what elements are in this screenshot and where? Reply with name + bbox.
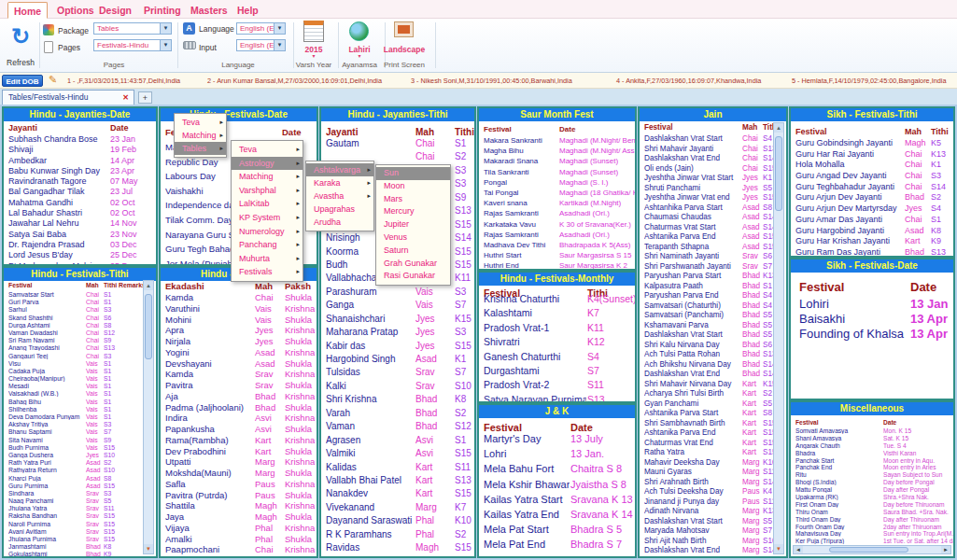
menu-item-upagrahas[interactable]: Upagrahas	[306, 203, 373, 216]
table-row[interactable]: RituSayan Subject to Sun	[793, 471, 951, 479]
table-row[interactable]: Guru Arjun Dev MartyrsdayJyesS4	[793, 203, 951, 215]
table-row[interactable]: Mela Kshir BhawaniJyaistha S 8	[481, 479, 633, 494]
table-row[interactable]: Makaradi SnanaMaghadi (Sunset)	[481, 157, 633, 167]
menu-printing[interactable]: Printing	[138, 2, 187, 19]
table-row[interactable]: Rajas SamkrantiAsadhadi (Ori.)	[481, 231, 633, 241]
table-row[interactable]: Dashlakshan Vrat StartChaiS4	[641, 134, 772, 145]
table-row[interactable]: Anang TrayodashiChaiS13	[6, 344, 141, 352]
table-row[interactable]: Guru Ram Das JayantiBhadS13	[793, 247, 951, 258]
menu-design[interactable]: Design	[93, 2, 137, 19]
table-row[interactable]: Jhulana PurnimaSravS15	[6, 536, 141, 543]
scroll-down-icon[interactable]: ▼	[774, 544, 783, 553]
table-row[interactable]: Lohiri13 Jan	[793, 297, 951, 312]
table-row[interactable]: Mattu PongalDay after Pongal	[793, 486, 951, 494]
refresh-icon[interactable]: ↻	[7, 23, 34, 49]
table-row[interactable]: GangaVaisS7	[323, 300, 472, 313]
table-row[interactable]: Budh PurnimaVaisS15	[6, 444, 141, 452]
menu-item-ashtakvarga[interactable]: Ashtakvarga▸	[306, 163, 373, 176]
table-row[interactable]: Martyr's Day13 July	[481, 433, 633, 448]
table-row[interactable]: Mahatma Gandhi02 Oct	[6, 198, 154, 208]
table-row[interactable]: KalashtamiK7	[481, 307, 633, 321]
table-row[interactable]: Tila SankrantiMaghadi (Sunset)	[481, 168, 633, 178]
table-row[interactable]: PaapmochaniChaiKrishna	[162, 544, 315, 555]
table-row[interactable]: Kshamavani ParvaBhadS5	[641, 321, 772, 331]
menu-item-mercury[interactable]: Mercury	[376, 205, 450, 218]
table-row[interactable]: Thiru OnamSaura Bhad. +Sra. Nak.	[793, 509, 951, 516]
table-row[interactable]: Ashtanhika Parva StartAsadS8	[641, 203, 772, 214]
menu-item-mars[interactable]: Mars	[376, 193, 450, 206]
table-row[interactable]: Hargobind SinghAsadK1	[323, 354, 472, 367]
table-row[interactable]: Deva Damodara PunyamVaisS1	[6, 413, 141, 421]
table-row[interactable]: Huthri EndSaur Margasirsa K 2	[481, 261, 633, 271]
table-row[interactable]: Makara SankrantiMaghadi (M.Night/ Ben.)	[481, 136, 633, 147]
table-row[interactable]: SarhulChaiS3	[6, 306, 141, 314]
table-row[interactable]: Padma (Jaljhoolani)BhadShukla	[162, 402, 315, 413]
table-row[interactable]: Mela Pat EndBhadra S 7	[481, 539, 633, 553]
table-row[interactable]: Akshay TritiyaVaisS3	[6, 421, 141, 428]
table-row[interactable]: Subhash Chandra Bose23 Jan	[6, 134, 154, 145]
landscape-icon[interactable]	[394, 21, 414, 37]
table-row[interactable]: Naag PanchamiSravS5	[6, 497, 141, 505]
menu-item-panchang[interactable]: Panchang▸	[232, 238, 303, 252]
table-row[interactable]: Rath Yatra PuriAsadS2	[6, 459, 141, 467]
table-row[interactable]: Kaveri snanaKartikadi (M.Night)	[481, 199, 633, 209]
table-row[interactable]: Sita NavamiVaisS9	[6, 437, 141, 444]
table-row[interactable]: Madhava Dev TithiBhadrapada K 5(Ass)	[481, 241, 633, 251]
dob-entry-5[interactable]: 5 - Hemlata,F,14/10/1979,02:45:00,Bangal…	[792, 77, 947, 85]
table-row[interactable]: IndiraAsviKrishna	[162, 413, 315, 424]
table-row[interactable]: Hola MohallaChaiK1	[793, 160, 951, 171]
table-row[interactable]: Dashlakshan Vrat EndMargS14	[641, 546, 772, 556]
table-row[interactable]: MohiniVaisShukla	[162, 315, 315, 326]
table-row[interactable]: VijayaPhalKrishna	[162, 523, 315, 534]
table-row[interactable]: BhadraVisthi Karan	[793, 450, 951, 457]
table-row[interactable]: Samvatsari (Chaturthi)BhadS4	[641, 301, 772, 312]
new-tab-button[interactable]: +	[138, 91, 152, 104]
table-row[interactable]: Rama(Rambha)KartKrishna	[162, 435, 315, 446]
table-row[interactable]: Bal Gangadhar Tilak23 Jul	[6, 187, 154, 197]
menu-item-venus[interactable]: Venus	[376, 231, 450, 245]
menu-item-arudha[interactable]: Arudha	[306, 216, 373, 229]
table-row[interactable]: Raksha BandhanSravS15	[6, 512, 141, 520]
table-row[interactable]: Baisakhi13 Apr	[793, 312, 951, 327]
table-row[interactable]: Guru PurnimaAsadS15	[6, 483, 141, 490]
menu-item-sun[interactable]: Sun	[376, 167, 450, 180]
table-row[interactable]: Paryushan Parva StartBhadK13	[641, 272, 772, 282]
edit-dob-button[interactable]: Edit DOB	[2, 75, 43, 87]
table-row[interactable]: MesadiVaisS1	[6, 383, 141, 390]
table-row[interactable]: Ashtanika Parva StartKartS8	[641, 409, 772, 419]
menu-item-kp-system[interactable]: KP System▸	[232, 211, 303, 225]
table-row[interactable]: Cadaka PujaVaisS1	[6, 368, 141, 375]
table-row[interactable]: AmalkiPhalShukla	[162, 534, 315, 545]
close-icon[interactable]: ✕	[122, 91, 129, 105]
menu-help[interactable]: Help	[232, 2, 264, 19]
table-row[interactable]: Shri Sambhavnath BirthKartS15	[641, 419, 772, 429]
table-row[interactable]: Terapanth SthapnaAsadS15	[641, 243, 772, 253]
table-row[interactable]: Pradosh Vrat-1K11	[481, 322, 633, 336]
table-row[interactable]: R K ParamhansPhalS2	[323, 529, 472, 542]
table-row[interactable]: Ach Tulsi Patta RohanBhadS13	[641, 350, 772, 360]
table-row[interactable]: Mauni GyarasMargS11	[641, 468, 772, 478]
table-row[interactable]: ParashuramVaisS3	[323, 287, 472, 300]
menu-item-muhurta[interactable]: Muhurta▸	[232, 252, 303, 266]
tab-tables-festivals-hindu[interactable]: Tables/Festivals-Hindu ✕	[2, 90, 134, 105]
table-row[interactable]: Chaturmas Vrat StartAsadS14	[641, 223, 772, 233]
table-row[interactable]: Ganga DusheraJyesS10	[6, 452, 141, 459]
table-row[interactable]: Guru Arjun Dev JayantiBhadS2	[793, 192, 951, 203]
vertical-scrollbar[interactable]: ▲ ▼	[143, 280, 154, 554]
table-row[interactable]: VivekanandMargK7	[323, 502, 472, 515]
table-row[interactable]: TulsidasSravS7	[323, 367, 472, 380]
table-row[interactable]: Jhulana YatraSravS11	[6, 505, 141, 512]
table-row[interactable]: UtpattiMargKrishna	[162, 456, 315, 468]
table-row[interactable]: Shri Mahavir Nirvana DayKartK15	[641, 380, 772, 390]
menu-item-teva[interactable]: Teva▸	[232, 143, 303, 157]
dob-entry-2[interactable]: 2 - Arun Kumar Bansal,M,27/03/2000,16:09…	[207, 77, 382, 85]
table-row[interactable]: KamdaChaiShukla	[162, 292, 315, 303]
table-row[interactable]: Dev PrabodhiniKartShukla	[162, 446, 315, 457]
table-row[interactable]: Dayanand SaraswatiPhalK10	[323, 515, 472, 528]
language-dropdown[interactable]: English (E ▼	[236, 22, 286, 35]
table-row[interactable]: VarahBhadS2	[323, 408, 472, 421]
table-row[interactable]: ShattilaMaghKrishna	[162, 500, 315, 511]
table-row[interactable]: Jawahar Lal Nehru14 Nov	[6, 218, 154, 229]
menu-item-karaka[interactable]: Karaka▸	[306, 176, 373, 189]
table-row[interactable]: Maryada MahotsavMargS7	[641, 526, 772, 537]
